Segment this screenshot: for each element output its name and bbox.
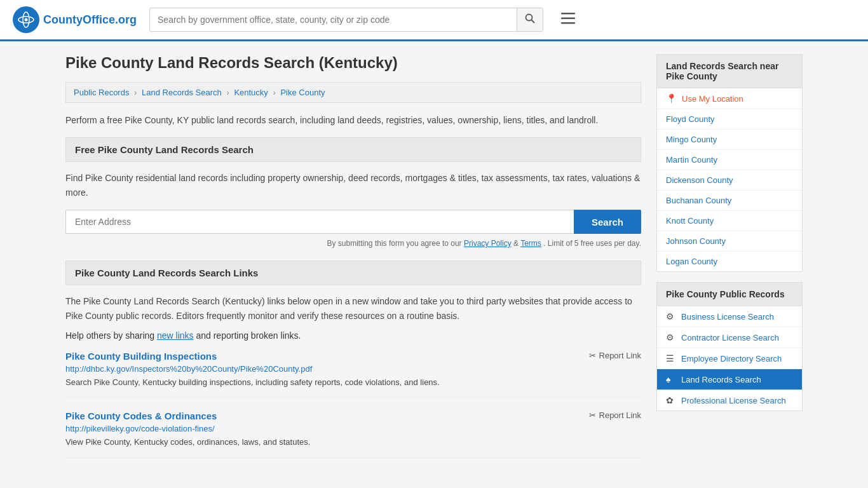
sidebar-item-use-location[interactable]: 📍 Use My Location [657, 88, 802, 109]
site-header: CountyOffice.org [0, 0, 868, 41]
sidebar-item-dickenson[interactable]: Dickenson County [657, 170, 802, 191]
sidebar-item-employee-directory[interactable]: ☰ Employee Directory Search [657, 348, 802, 369]
gear-icon-2: ⚙ [666, 332, 676, 342]
link-item: Pike County Codes & Ordinances ✂ Report … [65, 410, 641, 458]
sidebar-public-records-section: Pike County Public Records ⚙ Business Li… [656, 282, 803, 411]
sidebar-item-johnson[interactable]: Johnson County [657, 231, 802, 252]
report-link-button-1[interactable]: ✂ Report Link [589, 351, 641, 360]
svg-point-4 [526, 15, 532, 21]
sidebar-item-land-records[interactable]: ♠ Land Records Search [657, 369, 802, 390]
terms-link[interactable]: Terms [520, 239, 541, 248]
sidebar-nearby-section: Land Records Search near Pike County 📍 U… [656, 54, 803, 272]
sidebar-item-label: Floyd County [666, 114, 715, 124]
address-search-row: Search [65, 210, 641, 234]
sidebar-nearby-list: 📍 Use My Location Floyd County Mingo Cou… [657, 88, 802, 271]
sidebar-item-label: Employee Directory Search [681, 354, 782, 363]
new-links-anchor[interactable]: new links [157, 330, 194, 341]
link-desc-2: View Pike County, Kentucky codes, ordina… [65, 436, 641, 449]
svg-rect-6 [561, 13, 575, 15]
sidebar-public-records-header: Pike County Public Records [657, 283, 802, 306]
sidebar-item-floyd[interactable]: Floyd County [657, 109, 802, 130]
search-button[interactable]: Search [574, 210, 641, 234]
sidebar-item-logan[interactable]: Logan County [657, 252, 802, 271]
breadcrumb-public-records[interactable]: Public Records [74, 88, 129, 97]
sidebar-public-records-list: ⚙ Business License Search ⚙ Contractor L… [657, 306, 802, 410]
links-desc: The Pike County Land Records Search (Ken… [65, 294, 641, 323]
site-logo[interactable]: CountyOffice.org [13, 6, 137, 33]
form-disclaimer: By submitting this form you agree to our… [65, 239, 641, 248]
free-search-header: Free Pike County Land Records Search [65, 137, 641, 162]
links-section-header: Pike County Land Records Search Links [65, 261, 641, 285]
main-layout: Pike County Land Records Search (Kentuck… [53, 41, 815, 484]
sidebar-item-buchanan[interactable]: Buchanan County [657, 191, 802, 211]
sidebar-item-label: Buchanan County [666, 196, 731, 205]
location-pin-icon: 📍 [666, 93, 677, 104]
sidebar-item-label: Business License Search [681, 312, 774, 322]
link-url-2: http://pikevilleky.gov/code-violation-fi… [65, 424, 641, 433]
page-title: Pike County Land Records Search (Kentuck… [65, 54, 641, 72]
use-location-label: Use My Location [682, 94, 743, 104]
page-intro: Perform a free Pike County, KY public la… [65, 113, 641, 127]
sidebar-item-label: Contractor License Search [681, 333, 779, 342]
breadcrumb-land-records[interactable]: Land Records Search [142, 88, 222, 97]
sidebar-item-mingo[interactable]: Mingo County [657, 130, 802, 150]
map-icon: ♠ [666, 374, 676, 384]
sidebar-item-label: Martin County [666, 155, 717, 165]
link-item: Pike County Building Inspections ✂ Repor… [65, 351, 641, 398]
address-input[interactable] [65, 210, 574, 234]
sidebar-item-label: Logan County [666, 257, 717, 266]
link-desc-1: Search Pike County, Kentucky building in… [65, 376, 641, 389]
sidebar: Land Records Search near Pike County 📍 U… [656, 54, 803, 471]
report-link-button-2[interactable]: ✂ Report Link [589, 410, 641, 420]
sidebar-item-professional-license[interactable]: ✿ Professional License Search [657, 390, 802, 410]
svg-line-5 [532, 20, 535, 24]
sidebar-item-contractor-license[interactable]: ⚙ Contractor License Search [657, 327, 802, 348]
gear-icon: ⚙ [666, 311, 676, 322]
report-icon: ✂ [589, 351, 596, 360]
sidebar-item-label: Johnson County [666, 236, 726, 246]
report-icon-2: ✂ [589, 410, 596, 420]
links-section: Pike County Land Records Search Links Th… [65, 261, 641, 458]
link-item-header: Pike County Codes & Ordinances ✂ Report … [65, 410, 641, 421]
main-content: Pike County Land Records Search (Kentuck… [65, 54, 641, 471]
sidebar-item-label: Mingo County [666, 135, 717, 144]
svg-point-3 [25, 18, 28, 22]
link-title-codes-ordinances[interactable]: Pike County Codes & Ordinances [65, 410, 217, 421]
breadcrumb: Public Records › Land Records Search › K… [65, 82, 641, 103]
link-title-building-inspections[interactable]: Pike County Building Inspections [65, 351, 217, 362]
link-url-1: http://dhbc.ky.gov/Inspectors%20by%20Cou… [65, 364, 641, 374]
logo-icon [13, 6, 39, 33]
header-search-button[interactable] [517, 8, 543, 31]
sidebar-nearby-header: Land Records Search near Pike County [657, 55, 802, 88]
star-icon: ✿ [666, 395, 676, 405]
breadcrumb-pike-county[interactable]: Pike County [280, 88, 325, 97]
sidebar-item-label: Land Records Search [681, 375, 761, 384]
list-icon: ☰ [666, 353, 676, 363]
free-search-section: Free Pike County Land Records Search Fin… [65, 137, 641, 248]
sidebar-item-label: Professional License Search [681, 396, 786, 405]
header-search-input[interactable] [150, 10, 517, 30]
privacy-policy-link[interactable]: Privacy Policy [464, 239, 512, 248]
sidebar-item-label: Dickenson County [666, 175, 733, 185]
sidebar-item-knott[interactable]: Knott County [657, 211, 802, 231]
sidebar-item-label: Knott County [666, 216, 714, 226]
header-search-bar [149, 8, 543, 32]
sidebar-item-business-license[interactable]: ⚙ Business License Search [657, 306, 802, 327]
menu-button[interactable] [556, 9, 580, 30]
svg-rect-8 [561, 22, 575, 24]
svg-rect-7 [561, 18, 575, 20]
breadcrumb-kentucky[interactable]: Kentucky [234, 88, 268, 97]
new-links-line: Help others by sharing new links and rep… [65, 330, 641, 341]
logo-text: CountyOffice.org [43, 13, 137, 27]
link-item-header: Pike County Building Inspections ✂ Repor… [65, 351, 641, 362]
free-search-desc: Find Pike County residential land record… [65, 171, 641, 200]
sidebar-item-martin[interactable]: Martin County [657, 150, 802, 170]
